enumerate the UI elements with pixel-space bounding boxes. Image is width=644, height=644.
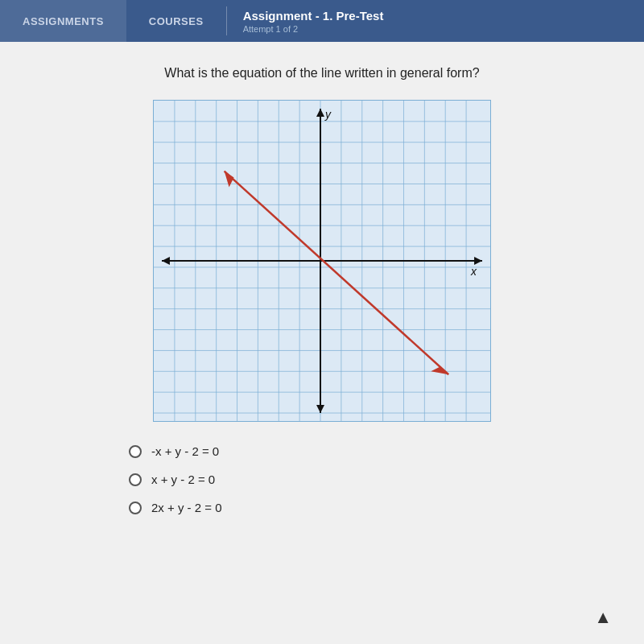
radio-2[interactable] [129,473,142,486]
question-text: What is the equation of the line written… [48,66,596,80]
answer-choice-1[interactable]: -x + y - 2 = 0 [129,444,596,458]
answer-choices: -x + y - 2 = 0 x + y - 2 = 0 2x + y - 2 … [129,444,596,514]
answer-label-3: 2x + y - 2 = 0 [151,501,222,514]
answer-choice-2[interactable]: x + y - 2 = 0 [129,473,596,486]
answer-label-2: x + y - 2 = 0 [151,473,215,486]
top-nav: ASSIGNMENTS COURSES Assignment - 1. Pre-… [0,0,644,42]
answer-label-1: -x + y - 2 = 0 [151,444,219,458]
radio-1[interactable] [129,445,142,458]
graph-svg: x y [154,101,490,421]
graph-container: x y [153,100,491,422]
nav-courses[interactable]: COURSES [126,0,226,42]
assignment-subtitle: Attempt 1 of 2 [243,24,384,34]
radio-3[interactable] [129,502,142,514]
cursor-arrow: ▲ [594,607,612,628]
assignment-title: Assignment - 1. Pre-Test [243,9,384,23]
nav-assignments[interactable]: ASSIGNMENTS [0,0,126,42]
svg-text:y: y [324,108,332,121]
main-content: What is the equation of the line written… [0,42,644,644]
nav-breadcrumb: Assignment - 1. Pre-Test Attempt 1 of 2 [227,0,400,42]
svg-text:x: x [470,265,477,278]
answer-choice-3[interactable]: 2x + y - 2 = 0 [129,501,596,514]
